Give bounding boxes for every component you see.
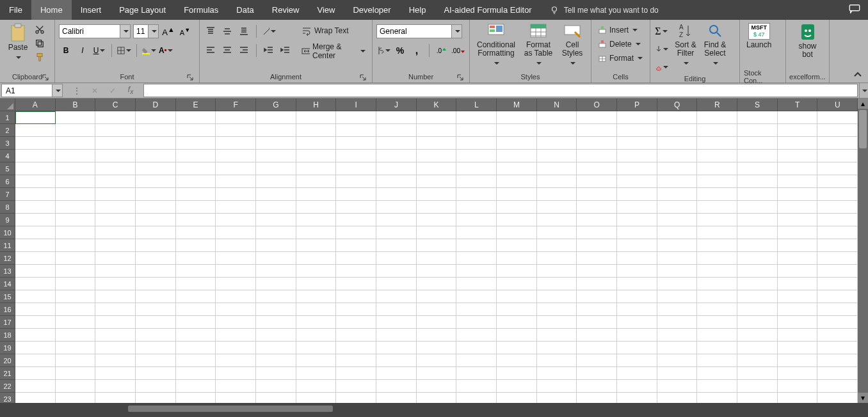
- cell[interactable]: [15, 380, 56, 393]
- cell[interactable]: [15, 329, 56, 342]
- cell[interactable]: [577, 303, 617, 316]
- cell[interactable]: [657, 367, 698, 380]
- cell[interactable]: [15, 201, 56, 214]
- cell[interactable]: [95, 380, 136, 393]
- cell[interactable]: [56, 303, 96, 316]
- comments-icon[interactable]: [849, 4, 860, 13]
- cut-icon[interactable]: [35, 24, 45, 35]
- cell[interactable]: [336, 188, 376, 201]
- cell[interactable]: [657, 124, 698, 137]
- column-header[interactable]: P: [617, 98, 657, 111]
- cell[interactable]: [737, 252, 778, 265]
- cell[interactable]: [456, 137, 497, 150]
- cell[interactable]: [176, 354, 216, 367]
- find-select-button[interactable]: Find & Select: [700, 22, 730, 69]
- cell[interactable]: [256, 239, 296, 252]
- cell[interactable]: [95, 214, 136, 226]
- cell[interactable]: [817, 354, 858, 367]
- cell[interactable]: [778, 150, 818, 162]
- cell[interactable]: [296, 124, 337, 137]
- format-as-table-button[interactable]: Format as Table: [520, 22, 557, 69]
- cell[interactable]: [336, 316, 376, 329]
- cell[interactable]: [376, 342, 417, 354]
- cell[interactable]: [817, 316, 858, 329]
- cell[interactable]: [296, 150, 337, 162]
- cell[interactable]: [336, 303, 376, 316]
- cell[interactable]: [778, 239, 818, 252]
- cell[interactable]: [737, 201, 778, 214]
- row-header[interactable]: 11: [0, 239, 15, 252]
- cell[interactable]: [537, 316, 577, 329]
- cell[interactable]: [417, 239, 457, 252]
- cell[interactable]: [817, 303, 858, 316]
- accounting-format-icon[interactable]: [376, 43, 390, 58]
- cell[interactable]: [15, 175, 56, 188]
- cell[interactable]: [737, 226, 778, 239]
- cell[interactable]: [15, 316, 56, 329]
- cell[interactable]: [216, 303, 256, 316]
- cell[interactable]: [296, 162, 337, 175]
- cell[interactable]: [376, 137, 417, 150]
- row-header[interactable]: 15: [0, 290, 15, 303]
- cell[interactable]: [336, 150, 376, 162]
- cell[interactable]: [537, 380, 577, 393]
- cell[interactable]: [176, 175, 216, 188]
- align-middle-icon[interactable]: [220, 24, 234, 38]
- cell[interactable]: [256, 137, 296, 150]
- cell[interactable]: [537, 342, 577, 354]
- cell[interactable]: [256, 316, 296, 329]
- cell[interactable]: [456, 175, 497, 188]
- cell[interactable]: [737, 162, 778, 175]
- cell[interactable]: [216, 201, 256, 214]
- cell[interactable]: [15, 354, 56, 367]
- paste-button[interactable]: Paste: [4, 22, 32, 63]
- cell[interactable]: [456, 239, 497, 252]
- cell[interactable]: [697, 316, 737, 329]
- cell[interactable]: [577, 329, 617, 342]
- cell[interactable]: [216, 354, 256, 367]
- cell[interactable]: [778, 329, 818, 342]
- row-header[interactable]: 12: [0, 252, 15, 265]
- cell[interactable]: [497, 226, 537, 239]
- cell[interactable]: [56, 342, 96, 354]
- cell[interactable]: [497, 124, 537, 137]
- cell[interactable]: [56, 265, 96, 278]
- cell[interactable]: [56, 214, 96, 226]
- cell[interactable]: [577, 188, 617, 201]
- cell[interactable]: [336, 367, 376, 380]
- cell[interactable]: [577, 239, 617, 252]
- tab-view[interactable]: View: [308, 0, 344, 20]
- cell[interactable]: [95, 239, 136, 252]
- cell[interactable]: [577, 124, 617, 137]
- cell[interactable]: [817, 290, 858, 303]
- cell[interactable]: [617, 239, 657, 252]
- decrease-indent-icon[interactable]: [262, 43, 276, 58]
- sheet-tab-bar[interactable]: [0, 403, 868, 417]
- row-header[interactable]: 19: [0, 342, 15, 354]
- tab-ai-formula-editor[interactable]: AI-aided Formula Editor: [435, 0, 540, 20]
- column-header[interactable]: N: [537, 98, 577, 111]
- cell[interactable]: [657, 214, 698, 226]
- cell[interactable]: [417, 214, 457, 226]
- column-header[interactable]: C: [95, 98, 136, 111]
- cell[interactable]: [15, 188, 56, 201]
- cell[interactable]: [136, 201, 176, 214]
- cell[interactable]: [497, 367, 537, 380]
- cell[interactable]: [737, 239, 778, 252]
- cell[interactable]: [456, 214, 497, 226]
- cell[interactable]: [697, 329, 737, 342]
- cell[interactable]: [456, 342, 497, 354]
- cell[interactable]: [697, 367, 737, 380]
- cell[interactable]: [617, 124, 657, 137]
- cell[interactable]: [417, 137, 457, 150]
- cell[interactable]: [697, 290, 737, 303]
- cell[interactable]: [336, 137, 376, 150]
- cell[interactable]: [56, 137, 96, 150]
- row-header[interactable]: 18: [0, 329, 15, 342]
- cell[interactable]: [136, 150, 176, 162]
- cell[interactable]: [56, 124, 96, 137]
- cell[interactable]: [256, 188, 296, 201]
- cell[interactable]: [417, 162, 457, 175]
- cell[interactable]: [577, 265, 617, 278]
- scroll-down-icon[interactable]: ▾: [858, 393, 868, 403]
